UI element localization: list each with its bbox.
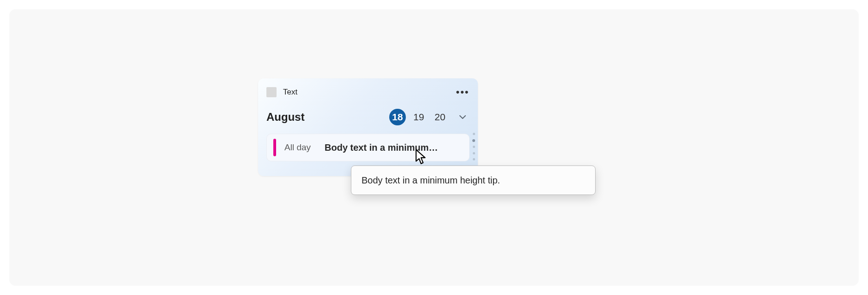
tooltip: Body text in a minimum height tip.	[351, 165, 596, 195]
event-category-stripe	[273, 139, 276, 156]
scroll-dot	[473, 158, 475, 160]
event-time-label: All day	[284, 142, 311, 153]
scroll-dot	[473, 133, 475, 135]
day-19[interactable]: 19	[410, 109, 427, 125]
event-list: All day Body text in a minimum…	[266, 134, 470, 161]
scroll-dot	[472, 139, 475, 142]
widget-header: Text •••	[266, 86, 470, 99]
app-icon	[266, 87, 277, 97]
day-picker: 18 19 20	[389, 109, 470, 125]
scroll-indicator[interactable]	[471, 132, 476, 161]
widget-title: Text	[283, 88, 456, 97]
day-20[interactable]: 20	[432, 109, 448, 125]
scroll-dot	[473, 152, 475, 154]
expand-days-button[interactable]	[456, 109, 470, 125]
tooltip-text: Body text in a minimum height tip.	[362, 175, 500, 186]
chevron-down-icon	[459, 113, 466, 121]
event-title: Body text in a minimum…	[325, 142, 438, 153]
scroll-dot	[473, 146, 475, 148]
more-button[interactable]: •••	[456, 87, 470, 98]
stage: Text ••• August 18 19 20 All day	[9, 9, 859, 286]
day-18[interactable]: 18	[389, 109, 406, 125]
event-item[interactable]: All day Body text in a minimum…	[266, 134, 470, 161]
calendar-widget: Text ••• August 18 19 20 All day	[258, 78, 478, 176]
month-row: August 18 19 20	[266, 108, 470, 126]
month-label: August	[266, 111, 389, 124]
